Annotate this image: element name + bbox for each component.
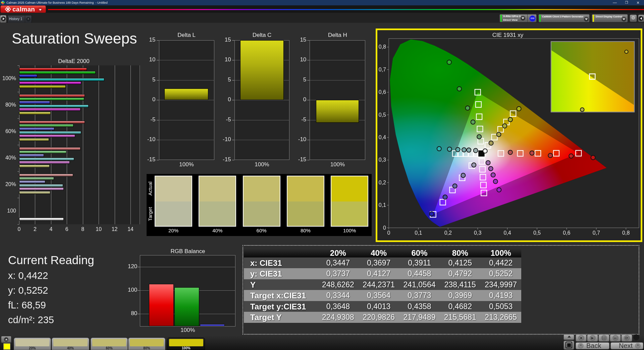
svg-text:0,4: 0,4	[503, 230, 511, 236]
svg-text:0: 0	[383, 225, 386, 231]
svg-text:0,5: 0,5	[379, 112, 386, 118]
svg-text:0,1: 0,1	[379, 202, 386, 208]
svg-text:0,7: 0,7	[379, 67, 386, 72]
svg-text:0,8: 0,8	[379, 44, 386, 50]
svg-text:0,3: 0,3	[474, 230, 481, 236]
svg-text:0,4: 0,4	[379, 134, 386, 140]
svg-text:0,3: 0,3	[379, 157, 386, 163]
svg-text:0,2: 0,2	[444, 230, 452, 236]
svg-text:0,2: 0,2	[379, 180, 386, 185]
svg-text:0,1: 0,1	[415, 230, 422, 236]
svg-text:0,6: 0,6	[563, 230, 570, 236]
svg-text:0,7: 0,7	[593, 230, 600, 236]
svg-text:CIE 1931 xy: CIE 1931 xy	[492, 32, 524, 38]
svg-text:0,8: 0,8	[622, 230, 630, 236]
svg-text:0: 0	[387, 230, 390, 236]
svg-text:0,5: 0,5	[533, 230, 541, 236]
svg-text:0,6: 0,6	[379, 89, 386, 95]
